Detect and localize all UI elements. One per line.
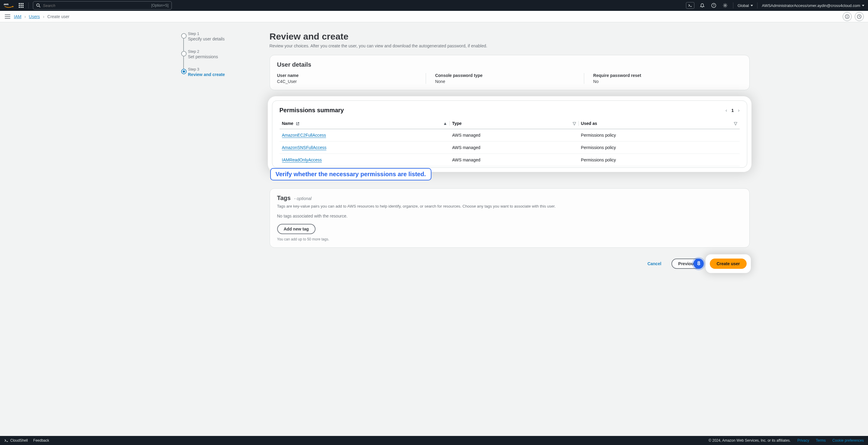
- col-type-label: Type: [452, 121, 462, 126]
- col-used-as[interactable]: Used as ▽: [579, 118, 739, 129]
- region-label: Global: [738, 3, 749, 8]
- svg-point-16: [724, 5, 726, 6]
- page-title: Review and create: [270, 31, 750, 42]
- aws-logo[interactable]: aws: [4, 2, 14, 8]
- svg-text:aws: aws: [4, 3, 8, 6]
- table-row: IAMReadOnlyAccess AWS managed Permission…: [280, 154, 740, 166]
- pager-next-icon[interactable]: ›: [738, 108, 739, 113]
- wizard-step-nav: Step 1 Specify user details Step 2 Set p…: [179, 31, 251, 272]
- policy-link[interactable]: AmazonEC2FullAccess: [282, 133, 326, 138]
- cookie-preferences-link[interactable]: Cookie preferences: [832, 438, 864, 443]
- chevron-down-icon: [750, 5, 753, 6]
- field-value: None: [435, 79, 578, 84]
- col-used-as-label: Used as: [581, 121, 597, 126]
- svg-rect-3: [22, 3, 24, 4]
- policy-link[interactable]: IAMReadOnlyAccess: [282, 158, 322, 163]
- col-name[interactable]: Name ▲: [280, 118, 450, 129]
- breadcrumb-actions: [843, 12, 864, 21]
- breadcrumb-users[interactable]: Users: [29, 14, 40, 19]
- footer-right: © 2024, Amazon Web Services, Inc. or its…: [709, 438, 864, 443]
- step-label: Step 1: [188, 31, 251, 36]
- cancel-button[interactable]: Cancel: [641, 259, 667, 269]
- svg-text:?: ?: [713, 4, 715, 7]
- chevron-right-icon: ›: [25, 14, 26, 19]
- step-title: Set permissions: [188, 54, 251, 59]
- annotation-text: Verify whether the necessary permissions…: [270, 168, 431, 180]
- external-link-icon: [296, 122, 300, 126]
- chevron-down-icon: [862, 5, 864, 6]
- search-icon: [36, 3, 40, 7]
- field-key: User name: [277, 73, 420, 78]
- breadcrumb-iam[interactable]: IAM: [14, 14, 22, 19]
- help-icon[interactable]: ?: [710, 2, 717, 9]
- tags-heading: Tags: [277, 195, 291, 201]
- chevron-right-icon: ›: [43, 14, 44, 19]
- cell-used-as: Permissions policy: [579, 154, 739, 166]
- global-search[interactable]: [Option+S]: [33, 1, 172, 10]
- global-header: aws [Option+S] ? Global AWSAdministrator…: [0, 0, 868, 11]
- svg-rect-6: [22, 5, 24, 6]
- policy-link[interactable]: AmazonSNSFullAccess: [282, 145, 327, 150]
- wizard-step-2[interactable]: Step 2 Set permissions: [179, 49, 251, 67]
- svg-rect-5: [21, 5, 22, 6]
- permissions-table: Name ▲ Type ▽ Used as: [280, 118, 740, 166]
- main-content: Step 1 Specify user details Step 2 Set p…: [0, 22, 868, 272]
- svg-point-21: [847, 15, 847, 16]
- create-user-button[interactable]: Create user: [710, 259, 746, 269]
- account-menu[interactable]: AWSAdministratorAccess/omer.aydin@cross4…: [762, 3, 864, 8]
- field-key: Require password reset: [593, 73, 736, 78]
- permissions-highlight-wrap: Permissions summary ‹ 1 › Name: [270, 98, 750, 170]
- cell-used-as: Permissions policy: [579, 129, 739, 141]
- user-details-heading: User details: [277, 61, 742, 68]
- privacy-link[interactable]: Privacy: [797, 438, 809, 443]
- svg-rect-7: [19, 7, 20, 8]
- field-value: C4C_User: [277, 79, 420, 84]
- cloudshell-icon[interactable]: [686, 2, 694, 9]
- permissions-heading: Permissions summary: [280, 107, 344, 114]
- services-menu-icon[interactable]: [18, 2, 24, 8]
- notifications-icon[interactable]: [699, 2, 706, 9]
- terms-link[interactable]: Terms: [816, 438, 826, 443]
- tutorial-annotation: Verify whether the necessary permissions…: [270, 168, 431, 180]
- tags-heading-row: Tags - optional: [277, 195, 742, 202]
- wizard-actions: Cancel Previous 8 Create user: [270, 255, 750, 272]
- field-key: Console password type: [435, 73, 578, 78]
- cloudshell-footer-icon[interactable]: CloudShell: [4, 438, 28, 443]
- cell-type: AWS managed: [450, 141, 579, 154]
- breadcrumb-bar: IAM › Users › Create user: [0, 11, 868, 22]
- search-shortcut-hint: [Option+S]: [151, 3, 168, 7]
- global-footer: CloudShell Feedback © 2024, Amazon Web S…: [0, 436, 868, 445]
- search-input[interactable]: [43, 3, 149, 8]
- settings-icon[interactable]: [721, 2, 729, 9]
- wizard-step-3[interactable]: Step 3 Review and create: [179, 67, 251, 85]
- copyright-text: © 2024, Amazon Web Services, Inc. or its…: [709, 438, 791, 443]
- svg-rect-2: [21, 3, 22, 4]
- feedback-link[interactable]: Feedback: [33, 438, 49, 443]
- sort-asc-icon: ▲: [443, 121, 447, 126]
- password-reset-field: Require password reset No: [584, 73, 742, 84]
- console-password-field: Console password type None: [426, 73, 584, 84]
- svg-line-11: [39, 6, 40, 7]
- region-selector[interactable]: Global: [738, 3, 753, 8]
- svg-rect-8: [21, 7, 22, 8]
- tutorial-step-badge: 8: [693, 259, 704, 269]
- wizard-step-1[interactable]: Step 1 Specify user details: [179, 31, 251, 49]
- clock-icon[interactable]: [855, 12, 864, 21]
- cell-type: AWS managed: [450, 154, 579, 166]
- create-user-highlight: 8 Create user: [707, 255, 749, 272]
- divider: [28, 2, 29, 8]
- tags-description: Tags are key-value pairs you can add to …: [277, 203, 742, 209]
- sort-icon: ▽: [734, 121, 737, 126]
- col-type[interactable]: Type ▽: [450, 118, 579, 129]
- tags-panel: Tags - optional Tags are key-value pairs…: [270, 188, 750, 248]
- add-tag-button[interactable]: Add new tag: [277, 224, 315, 234]
- info-icon[interactable]: [843, 12, 852, 21]
- pager-prev-icon[interactable]: ‹: [725, 108, 727, 113]
- table-pager: ‹ 1 ›: [725, 108, 739, 113]
- cell-used-as: Permissions policy: [579, 141, 739, 154]
- tags-optional-label: - optional: [294, 196, 312, 201]
- user-name-field: User name C4C_User: [277, 73, 426, 84]
- side-nav-toggle-icon[interactable]: [4, 13, 11, 20]
- step-label: Step 2: [188, 49, 251, 54]
- account-label: AWSAdministratorAccess/omer.aydin@cross4…: [762, 3, 860, 8]
